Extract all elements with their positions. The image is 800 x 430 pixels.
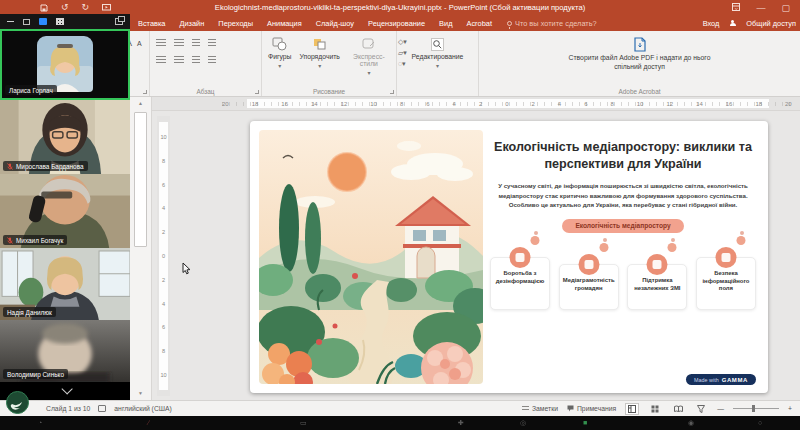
shapes-button[interactable]: Фигуры▾ (268, 37, 291, 69)
participant-tile[interactable]: Лариса Горлач (0, 29, 130, 100)
scroll-down-icon[interactable]: ▼ (134, 390, 147, 397)
comment-icon (567, 405, 574, 412)
ruler-number: 0 (505, 101, 508, 107)
participant-name: Михаил Богачук (3, 235, 67, 245)
title-bar: ↺ ↻ Ekologichnist-mediaprostoru-vikliki-… (0, 0, 800, 15)
ribbon-group-editing: Редактирование▾ (397, 31, 479, 96)
drawing-dialog-launcher-icon[interactable] (390, 90, 394, 94)
share-button[interactable]: Общий доступ (746, 19, 796, 28)
undo-icon[interactable]: ↺ (61, 3, 69, 12)
ruler-number: 2 (479, 101, 482, 107)
taskbar-icon[interactable]: ▭ (300, 419, 307, 426)
decrease-indent-icon[interactable] (156, 56, 166, 64)
slide-title: Екологічність медіапростору: виклики та … (492, 139, 754, 172)
ruler-number: 14 (311, 101, 318, 107)
tab-acrobat[interactable]: Acrobat (459, 19, 498, 28)
ruler-number: 0 (162, 253, 165, 259)
notes-button[interactable]: Заметки (522, 405, 558, 412)
increase-indent-icon[interactable] (174, 56, 184, 64)
ribbon-display-options-icon[interactable] (732, 3, 740, 13)
paragraph-group-label: Абзац (150, 88, 261, 95)
speaker-view-icon[interactable] (23, 19, 30, 25)
tab-insert[interactable]: Вставка (131, 19, 172, 28)
taskbar-icon[interactable]: ◔ (38, 419, 42, 426)
ruler-number: 20 (222, 101, 229, 107)
document-icon (510, 247, 531, 268)
zoom-slider[interactable] (733, 408, 779, 409)
mic-muted-icon[interactable]: ∕ (148, 419, 149, 426)
reading-view-button[interactable] (671, 403, 685, 415)
shapes-icon (272, 37, 287, 51)
participant-tile[interactable]: Михаил Богачук (0, 174, 130, 248)
participant-name: Надія Данилюк (3, 307, 56, 317)
create-pdf-button[interactable]: Створити файл Adobe PDF і надати до ньог… (565, 37, 715, 72)
text-direction-icon[interactable] (208, 39, 216, 47)
ruler-number: 6 (426, 101, 429, 107)
gallery-view-icon[interactable] (56, 18, 64, 25)
tab-review[interactable]: Рецензирование (361, 19, 432, 28)
start-slideshow-icon[interactable] (102, 4, 111, 12)
maximize-button[interactable]: ▢ (781, 3, 790, 13)
slide-content: Екологічність медіапростору: виклики та … (488, 131, 758, 385)
share-screen-icon[interactable]: ■ (583, 419, 587, 426)
align-left-icon[interactable] (192, 56, 200, 64)
slide-card: Безпека інформаційного поля (696, 257, 756, 310)
slide-card: Медіаграмотність громадян (559, 264, 619, 310)
thumbnail-pane-scrollbar[interactable]: ▲ ▼ (130, 97, 152, 400)
normal-view-button[interactable] (625, 403, 639, 415)
display-settings-icon[interactable] (98, 405, 106, 412)
redo-icon[interactable]: ↻ (82, 3, 90, 12)
tell-me-box[interactable]: Что вы хотите сделать? (499, 19, 605, 28)
paragraph-dialog-launcher-icon[interactable] (255, 90, 259, 94)
shrink-font-button[interactable]: A (137, 40, 142, 47)
comments-button[interactable]: Примечания (567, 405, 616, 412)
active-layout-icon[interactable] (39, 18, 47, 25)
drawing-group-label: Рисование (262, 88, 396, 95)
font-dialog-launcher-icon[interactable] (143, 90, 147, 94)
tab-design[interactable]: Дизайн (172, 19, 211, 28)
editing-button[interactable]: Редактирование▾ (412, 38, 464, 69)
zoom-slider-thumb[interactable] (752, 405, 755, 412)
ribbon-group-acrobat: Створити файл Adobe PDF і надати до ньог… (479, 31, 800, 96)
participant-tile[interactable]: Надія Данилюк (0, 248, 130, 320)
arrange-button[interactable]: Упорядочить▾ (299, 37, 339, 69)
taskbar-icon[interactable]: ◉ (688, 419, 694, 426)
numbering-icon[interactable] (174, 39, 184, 47)
slide[interactable]: Екологічність медіапростору: виклики та … (250, 121, 768, 393)
participant-name: Володимир Синько (3, 369, 68, 379)
ruler-number: 8 (610, 101, 613, 107)
taskbar-app-icon[interactable] (6, 391, 29, 414)
minimize-strip-icon[interactable] (7, 21, 14, 23)
popout-strip-icon[interactable] (115, 18, 123, 25)
tab-transitions[interactable]: Переходы (211, 19, 260, 28)
scrollbar-thumb[interactable] (134, 112, 147, 247)
taskbar-icon[interactable]: ◎ (520, 419, 526, 426)
document-icon (647, 254, 668, 275)
sign-in-button[interactable]: Вход (703, 19, 720, 28)
slide-paragraph: У сучасному світі, де інформація поширює… (498, 181, 748, 209)
taskbar-icon[interactable]: ✚ (458, 419, 464, 426)
ruler-number: 14 (696, 101, 703, 107)
tab-slideshow[interactable]: Слайд-шоу (309, 19, 361, 28)
zoom-out-button[interactable]: — (717, 405, 724, 412)
participant-tile[interactable]: Володимир Синько (0, 320, 130, 382)
taskbar-icon[interactable]: ○ (758, 419, 762, 426)
quick-styles-button[interactable]: Экспресс-стили▾ (348, 37, 390, 76)
scroll-up-icon[interactable]: ▲ (134, 100, 147, 107)
tab-animations[interactable]: Анимация (260, 19, 309, 28)
slideshow-view-button[interactable] (694, 403, 708, 415)
align-center-icon[interactable] (208, 56, 216, 64)
line-spacing-icon[interactable] (192, 39, 200, 47)
language-indicator[interactable]: английский (США) (114, 405, 171, 412)
bullets-icon[interactable] (156, 39, 166, 47)
save-icon[interactable] (40, 4, 48, 12)
zoom-in-button[interactable]: + (788, 405, 792, 412)
slide-sorter-view-button[interactable] (648, 403, 662, 415)
participant-tile[interactable]: Мирослава Барданова (0, 100, 130, 174)
minimize-button[interactable]: — (756, 3, 765, 13)
ruler-number: 10 (637, 101, 644, 107)
tab-view[interactable]: Вид (432, 19, 459, 28)
ruler-number: 18 (755, 101, 762, 107)
ruler-number: 2 (162, 229, 165, 235)
document-icon (715, 247, 736, 268)
